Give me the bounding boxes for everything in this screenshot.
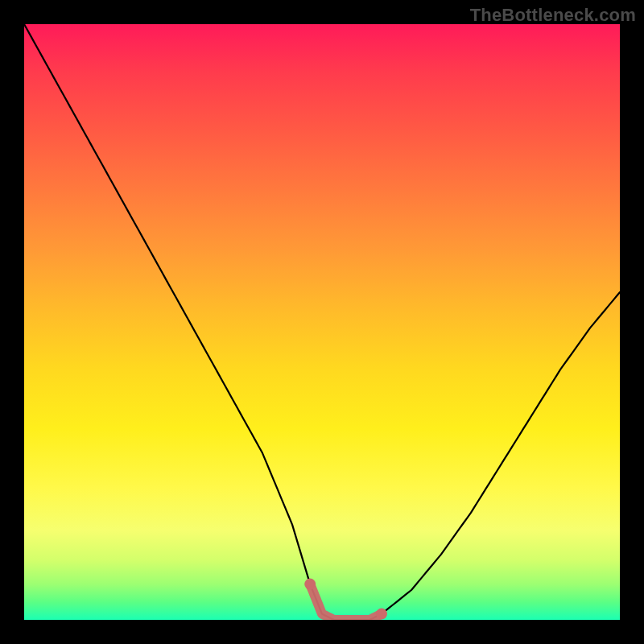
optimal-range-band [310,584,382,620]
optimal-range-endpoint-dot [376,609,387,620]
plot-area [24,24,620,620]
curve-layer [24,24,620,620]
bottleneck-curve-line [24,24,620,620]
chart-frame: TheBottleneck.com [0,0,644,644]
watermark-label: TheBottleneck.com [470,5,636,26]
optimal-range-endpoint-dot [304,579,316,590]
